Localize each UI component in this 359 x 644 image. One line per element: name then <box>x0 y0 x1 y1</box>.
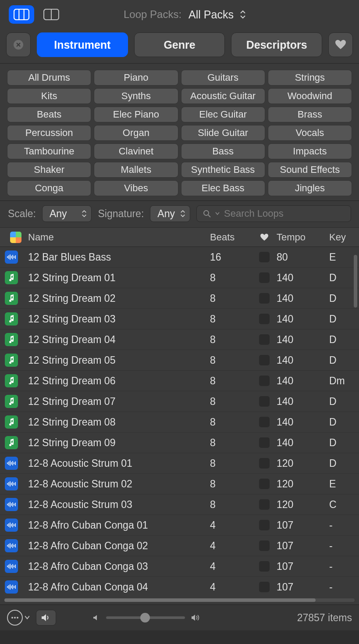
options-menu[interactable] <box>7 610 30 626</box>
chevron-down-icon <box>215 212 220 215</box>
tag-all-drums[interactable]: All Drums <box>7 70 91 86</box>
table-row[interactable]: 12 String Dream 078140D <box>0 391 359 412</box>
scrollbar-thumb[interactable] <box>354 255 357 308</box>
view-columns-3-button[interactable] <box>9 5 34 24</box>
signature-popup[interactable]: Any <box>150 205 190 222</box>
tag-organ[interactable]: Organ <box>94 125 178 141</box>
more-options-button[interactable] <box>7 610 23 626</box>
col-loop-type[interactable] <box>6 232 25 243</box>
table-row[interactable]: 12 String Dream 068140Dm <box>0 371 359 391</box>
volume-slider[interactable] <box>106 616 185 619</box>
tag-shaker[interactable]: Shaker <box>7 162 91 178</box>
tag-brass[interactable]: Brass <box>268 107 352 122</box>
favorite-checkbox[interactable] <box>259 252 270 262</box>
tag-slide-guitar[interactable]: Slide Guitar <box>181 125 265 141</box>
tag-piano[interactable]: Piano <box>94 70 178 86</box>
tag-acoustic-guitar[interactable]: Acoustic Guitar <box>181 88 265 104</box>
scrollbar-thumb[interactable] <box>4 598 316 602</box>
col-beats[interactable]: Beats <box>210 232 252 243</box>
favorite-checkbox[interactable] <box>259 458 270 469</box>
clear-filters-button[interactable] <box>6 32 31 57</box>
tag-guitars[interactable]: Guitars <box>181 70 265 86</box>
table-row[interactable]: 12 String Dream 018140D <box>0 268 359 288</box>
loop-key: E <box>329 478 353 490</box>
table-body: 12 Bar Blues Bass1680E12 String Dream 01… <box>0 247 359 596</box>
loop-name: 12 String Dream 05 <box>25 354 210 366</box>
table-row[interactable]: 12 String Dream 038140D <box>0 309 359 329</box>
loop-key: D <box>329 272 353 284</box>
col-key[interactable]: Key <box>329 232 353 243</box>
tag-mallets[interactable]: Mallets <box>94 162 178 178</box>
tab-genre[interactable]: Genre <box>134 32 225 57</box>
tag-conga[interactable]: Conga <box>7 180 91 196</box>
table-row[interactable]: 12-8 Acoustic Strum 038120C <box>0 494 359 515</box>
favorite-checkbox[interactable] <box>259 499 270 510</box>
favorite-checkbox[interactable] <box>259 293 270 304</box>
favorite-checkbox[interactable] <box>259 396 270 407</box>
tag-vibes[interactable]: Vibes <box>94 180 178 196</box>
slider-knob[interactable] <box>140 613 150 623</box>
tag-beats[interactable]: Beats <box>7 107 91 122</box>
favorite-checkbox[interactable] <box>259 376 270 386</box>
favorite-checkbox[interactable] <box>259 540 270 551</box>
tag-woodwind[interactable]: Woodwind <box>268 88 352 104</box>
table-row[interactable]: 12 Bar Blues Bass1680E <box>0 247 359 268</box>
favorite-checkbox[interactable] <box>259 561 270 572</box>
tab-instrument[interactable]: Instrument <box>37 32 128 57</box>
table-row[interactable]: 12-8 Afro Cuban Conga 024107- <box>0 536 359 556</box>
favorite-checkbox[interactable] <box>259 272 270 283</box>
favorites-toggle[interactable] <box>328 32 353 57</box>
vertical-scrollbar[interactable] <box>353 247 358 596</box>
horizontal-scrollbar[interactable] <box>0 596 359 605</box>
tag-percussion[interactable]: Percussion <box>7 125 91 141</box>
tag-tambourine[interactable]: Tambourine <box>7 143 91 159</box>
loop-beats: 8 <box>210 478 252 490</box>
tag-bass[interactable]: Bass <box>181 143 265 159</box>
favorite-checkbox[interactable] <box>259 520 270 530</box>
tag-elec-bass[interactable]: Elec Bass <box>181 180 265 196</box>
col-name[interactable]: Name <box>25 232 210 243</box>
tag-synthetic-bass[interactable]: Synthetic Bass <box>181 162 265 178</box>
view-columns-2-button[interactable] <box>39 5 64 24</box>
loop-tempo: 80 <box>277 251 329 263</box>
tab-descriptors[interactable]: Descriptors <box>231 32 322 57</box>
tag-synths[interactable]: Synths <box>94 88 178 104</box>
table-row[interactable]: 12-8 Acoustic Strum 018120D <box>0 453 359 474</box>
tag-impacts[interactable]: Impacts <box>268 143 352 159</box>
tag-sound-effects[interactable]: Sound Effects <box>268 162 352 178</box>
table-row[interactable]: 12-8 Afro Cuban Conga 034107- <box>0 556 359 577</box>
tag-elec-piano[interactable]: Elec Piano <box>94 107 178 122</box>
favorite-checkbox[interactable] <box>259 355 270 365</box>
table-row[interactable]: 12-8 Acoustic Strum 028120E <box>0 474 359 494</box>
loop-beats: 8 <box>210 396 252 408</box>
tag-jingles[interactable]: Jingles <box>268 180 352 196</box>
table-row[interactable]: 12-8 Afro Cuban Conga 044107- <box>0 577 359 596</box>
favorite-checkbox[interactable] <box>259 479 270 489</box>
table-row[interactable]: 12 String Dream 028140D <box>0 288 359 309</box>
loop-tempo: 107 <box>277 581 329 593</box>
table-row[interactable]: 12-8 Afro Cuban Conga 014107- <box>0 515 359 536</box>
search-input[interactable] <box>224 208 345 219</box>
table-row[interactable]: 12 String Dream 058140D <box>0 350 359 371</box>
col-favorite[interactable] <box>252 233 277 241</box>
loop-packs-value: All Packs <box>188 8 234 21</box>
favorite-checkbox[interactable] <box>259 437 270 448</box>
tag-vocals[interactable]: Vocals <box>268 125 352 141</box>
preview-play-button[interactable] <box>36 610 56 626</box>
favorite-checkbox[interactable] <box>259 334 270 345</box>
table-row[interactable]: 12 String Dream 088140D <box>0 412 359 433</box>
tag-strings[interactable]: Strings <box>268 70 352 86</box>
favorite-checkbox[interactable] <box>259 314 270 324</box>
table-row[interactable]: 12 String Dream 098140D <box>0 433 359 453</box>
scale-popup[interactable]: Any <box>42 205 92 222</box>
search-field[interactable] <box>196 205 351 222</box>
favorite-checkbox[interactable] <box>259 582 270 592</box>
loop-packs-select[interactable]: All Packs <box>188 8 246 21</box>
col-tempo[interactable]: Tempo <box>277 232 329 243</box>
tag-elec-guitar[interactable]: Elec Guitar <box>181 107 265 122</box>
tag-kits[interactable]: Kits <box>7 88 91 104</box>
table-row[interactable]: 12 String Dream 048140D <box>0 329 359 350</box>
favorite-checkbox[interactable] <box>259 417 270 427</box>
loop-beats: 8 <box>210 334 252 346</box>
tag-clavinet[interactable]: Clavinet <box>94 143 178 159</box>
